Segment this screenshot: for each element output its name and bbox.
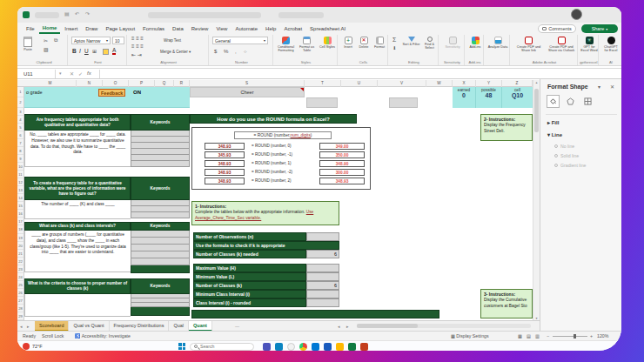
- cancel-icon[interactable]: ✕: [70, 70, 74, 77]
- weather-temp[interactable]: 72°F: [32, 344, 43, 349]
- qa3-keyword-cells[interactable]: [131, 231, 190, 265]
- score-possible-cell[interactable]: possible 48: [476, 87, 502, 108]
- number-format-select[interactable]: General▾: [212, 37, 268, 44]
- delete-cells-button[interactable]: ✕ Delete: [356, 37, 372, 49]
- row-header-15[interactable]: 15: [17, 202, 23, 210]
- line-option-no-line[interactable]: No line: [554, 144, 586, 149]
- copilot-icon[interactable]: [287, 343, 295, 351]
- row-header-29[interactable]: 29: [17, 312, 23, 320]
- round-examples-box[interactable]: = ROUND (number, num_digits) 348.93= ROU…: [191, 127, 371, 190]
- row-header-11[interactable]: 11: [17, 171, 23, 178]
- normal-view-icon[interactable]: ▦: [518, 333, 522, 339]
- spreadsheet-grid[interactable]: MNOPQRSTUVWXYZ 1234567891011121314151617…: [17, 80, 540, 320]
- column-header-x[interactable]: X: [453, 80, 476, 87]
- underline-button[interactable]: U: [84, 48, 89, 54]
- row-header-12[interactable]: 12: [17, 178, 23, 186]
- round-input-cell[interactable]: 348.93: [205, 178, 245, 184]
- keyword-cell[interactable]: [131, 161, 190, 167]
- gray-cell-v2[interactable]: [389, 97, 418, 108]
- round-result-cell[interactable]: 300.00: [319, 169, 365, 176]
- ribbon-tab-review[interactable]: Review: [188, 24, 212, 33]
- round-input-cell[interactable]: 348.93: [205, 160, 245, 167]
- word-icon[interactable]: [324, 343, 332, 351]
- size-properties-tab[interactable]: [581, 95, 594, 108]
- row-header-26[interactable]: 26: [17, 289, 23, 297]
- round-title[interactable]: How do you use the ROUND formula on Exce…: [190, 114, 357, 124]
- column-header-w[interactable]: W: [426, 80, 453, 87]
- row-header-13[interactable]: 13: [17, 186, 23, 194]
- vertical-scroll-thumb[interactable]: [534, 89, 539, 132]
- titlebar-search-area[interactable]: [278, 12, 324, 18]
- insert-cells-button[interactable]: + Insert: [340, 37, 356, 49]
- column-header-t[interactable]: T: [305, 80, 341, 87]
- chrome-icon[interactable]: [299, 343, 307, 351]
- feedback-toggle[interactable]: Feedback: [98, 89, 125, 97]
- fill-section-toggle[interactable]: ▸ Fill: [547, 119, 559, 125]
- qa3-question[interactable]: What are class (k) and class intervals?: [24, 222, 131, 231]
- create-pdf-share-outlook-button[interactable]: Create PDF and Share via Outlook: [546, 37, 577, 53]
- cheer-cell[interactable]: Cheer: [190, 87, 305, 97]
- format-as-table-button[interactable]: Format as Table: [297, 37, 317, 53]
- row-header-10[interactable]: 10: [17, 163, 23, 171]
- score-earned-cell[interactable]: earned 0: [453, 87, 476, 108]
- row-header-27[interactable]: 27: [17, 297, 23, 305]
- column-header-r[interactable]: R: [174, 80, 190, 87]
- display-settings-button[interactable]: ▦ Display Settings: [451, 333, 489, 339]
- ribbon-tab-page-layout[interactable]: Page Layout: [102, 24, 138, 33]
- keyword-cell[interactable]: [131, 258, 190, 265]
- ribbon-tab-insert[interactable]: Insert: [61, 24, 81, 33]
- keyword-cell[interactable]: [131, 143, 190, 149]
- format-painter-icon[interactable]: ▨: [44, 46, 49, 52]
- sensitivity-button[interactable]: Sensitivity: [442, 37, 463, 49]
- cell-styles-button[interactable]: Cell Styles: [318, 37, 337, 49]
- powerpoint-icon[interactable]: [360, 343, 368, 351]
- keyword-cell[interactable]: [131, 231, 190, 238]
- taskbar-search[interactable]: Search: [190, 343, 254, 351]
- folder-icon[interactable]: [336, 343, 344, 351]
- undo-icon[interactable]: ↶: [75, 10, 79, 17]
- column-header-u[interactable]: U: [341, 80, 378, 87]
- row-header-25[interactable]: 25: [17, 281, 23, 289]
- paste-button[interactable]: Paste: [23, 37, 32, 51]
- row-header-2[interactable]: 2: [17, 97, 23, 108]
- pane-collapse-icon[interactable]: ▾: [598, 84, 600, 90]
- horizontal-scroll-thumb[interactable]: [357, 324, 418, 328]
- store-icon[interactable]: [312, 343, 319, 351]
- create-pdf-share-link-button[interactable]: Create PDF and Share link: [513, 37, 544, 53]
- column-header-n[interactable]: N: [77, 80, 103, 87]
- row-headers[interactable]: 1234567891011121314151617181920212223242…: [17, 87, 24, 320]
- keyword-cell[interactable]: [131, 238, 190, 245]
- table-value-cell[interactable]: [306, 298, 339, 307]
- keyword-cell[interactable]: [131, 251, 190, 258]
- round-result-cell[interactable]: 349.00: [319, 143, 365, 150]
- pane-close-icon[interactable]: ✕: [610, 84, 614, 90]
- share-button[interactable]: Share▾: [581, 24, 618, 33]
- qa1-answer[interactable]: No, ____ tables are appropriate ____ for…: [24, 131, 131, 167]
- ribbon-tab-help[interactable]: Help: [262, 24, 279, 33]
- row-header-3[interactable]: 3: [17, 108, 23, 116]
- row-header-22[interactable]: 22: [17, 258, 23, 265]
- row-header-16[interactable]: 16: [17, 210, 23, 218]
- horizontal-scrollbar[interactable]: [357, 324, 531, 328]
- bold-button[interactable]: B: [72, 48, 77, 54]
- zoom-out-icon[interactable]: −: [547, 333, 549, 339]
- row-header-24[interactable]: 24: [17, 273, 23, 281]
- instructions-3[interactable]: 3- Instructions: Display the Cumulative …: [480, 289, 533, 318]
- table-value-cell[interactable]: [306, 272, 339, 281]
- line-option-gradient-line[interactable]: Gradient line: [554, 163, 586, 168]
- column-header-s[interactable]: S: [190, 80, 305, 87]
- formula-input[interactable]: [99, 70, 616, 78]
- row-header-8[interactable]: 8: [17, 147, 23, 155]
- ribbon-tab-view[interactable]: View: [212, 24, 231, 33]
- ribbon-tab-acrobat[interactable]: Acrobat: [280, 24, 305, 33]
- font-color-button[interactable]: A: [112, 47, 116, 55]
- effects-tab[interactable]: [564, 95, 577, 108]
- cut-icon[interactable]: ✂: [44, 37, 48, 44]
- keyword-cell[interactable]: [131, 206, 190, 212]
- keyword-cell[interactable]: [131, 200, 190, 206]
- table-value-cell[interactable]: 6: [306, 281, 339, 290]
- column-headers[interactable]: MNOPQRSTUVWXYZ: [17, 80, 540, 87]
- row-header-6[interactable]: 6: [17, 131, 23, 139]
- keyword-cell[interactable]: [131, 131, 190, 137]
- conditional-formatting-button[interactable]: Conditional Formatting: [276, 37, 296, 53]
